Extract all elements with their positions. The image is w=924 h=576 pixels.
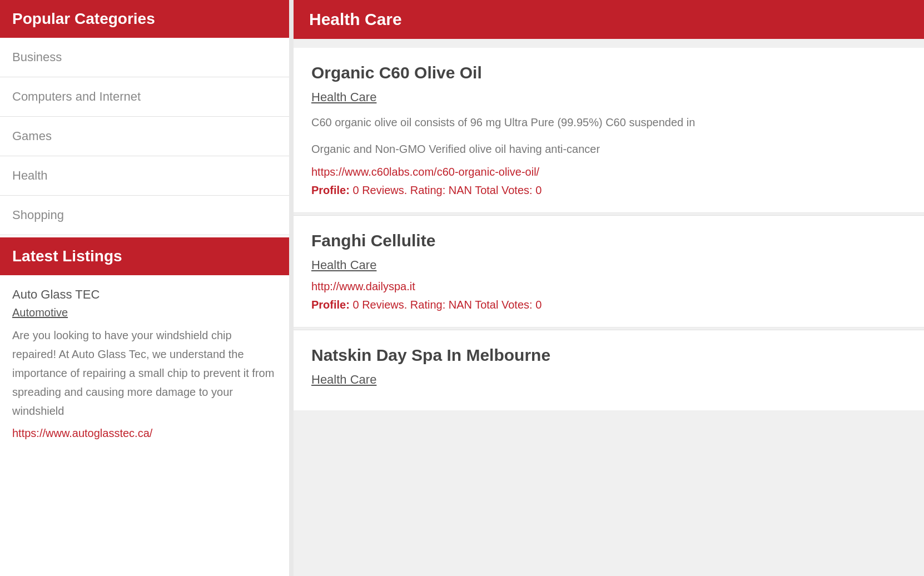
listing-card-1-profile-label: Profile:: [311, 184, 350, 196]
latest-listings-title: Latest Listings: [12, 247, 277, 265]
sidebar-item-computers[interactable]: Computers and Internet: [0, 77, 289, 117]
main-section-header: Health Care: [294, 0, 924, 39]
sidebar-item-games[interactable]: Games: [0, 117, 289, 156]
popular-categories-header: Popular Categories: [0, 0, 289, 38]
latest-listing-card: Auto Glass TEC Automotive Are you lookin…: [0, 275, 289, 452]
listing-card-1-profile: Profile: 0 Reviews. Rating: NAN Total Vo…: [311, 184, 906, 197]
latest-listing-category[interactable]: Automotive: [12, 306, 277, 319]
main-content: Health Care Organic C60 Olive Oil Health…: [294, 0, 924, 576]
listing-card-1-desc-2: Organic and Non-GMO Verified olive oil h…: [311, 139, 906, 159]
latest-listing-name: Auto Glass TEC: [12, 287, 277, 302]
listing-card-1-url[interactable]: https://www.c60labs.com/c60-organic-oliv…: [311, 166, 906, 178]
listing-card-1-desc-1: C60 organic olive oil consists of 96 mg …: [311, 112, 906, 132]
listing-card-2: Fanghi Cellulite Health Care http://www.…: [294, 216, 924, 327]
sidebar-item-shopping[interactable]: Shopping: [0, 196, 289, 235]
sidebar: Popular Categories Business Computers an…: [0, 0, 289, 576]
sidebar-item-health[interactable]: Health: [0, 156, 289, 196]
listing-card-1-category[interactable]: Health Care: [311, 90, 906, 105]
latest-listings-header: Latest Listings: [0, 237, 289, 275]
popular-categories-title: Popular Categories: [12, 10, 277, 28]
listings-area: Organic C60 Olive Oil Health Care C60 or…: [294, 39, 924, 421]
listing-card-2-profile-info: 0 Reviews. Rating: NAN Total Votes: 0: [352, 299, 542, 311]
listing-card-2-url[interactable]: http://www.dailyspa.it: [311, 280, 906, 293]
sidebar-item-business[interactable]: Business: [0, 38, 289, 77]
listing-card-1-title: Organic C60 Olive Oil: [311, 63, 906, 82]
latest-listing-url[interactable]: https://www.autoglasstec.ca/: [12, 427, 152, 439]
listing-card-3-title: Natskin Day Spa In Melbourne: [311, 346, 906, 365]
main-section-title: Health Care: [309, 10, 908, 29]
listing-card-1-profile-info: 0 Reviews. Rating: NAN Total Votes: 0: [352, 184, 542, 196]
latest-listing-description: Are you looking to have your windshield …: [12, 326, 277, 420]
listing-card-1: Organic C60 Olive Oil Health Care C60 or…: [294, 48, 924, 213]
listing-card-2-profile-label: Profile:: [311, 299, 350, 311]
listing-card-2-profile: Profile: 0 Reviews. Rating: NAN Total Vo…: [311, 299, 906, 311]
listing-card-2-category[interactable]: Health Care: [311, 258, 906, 272]
listing-card-2-title: Fanghi Cellulite: [311, 231, 906, 250]
categories-list: Business Computers and Internet Games He…: [0, 38, 289, 235]
listing-card-3: Natskin Day Spa In Melbourne Health Care: [294, 330, 924, 410]
sidebar-divider: [289, 0, 294, 576]
listing-card-3-category[interactable]: Health Care: [311, 373, 906, 387]
